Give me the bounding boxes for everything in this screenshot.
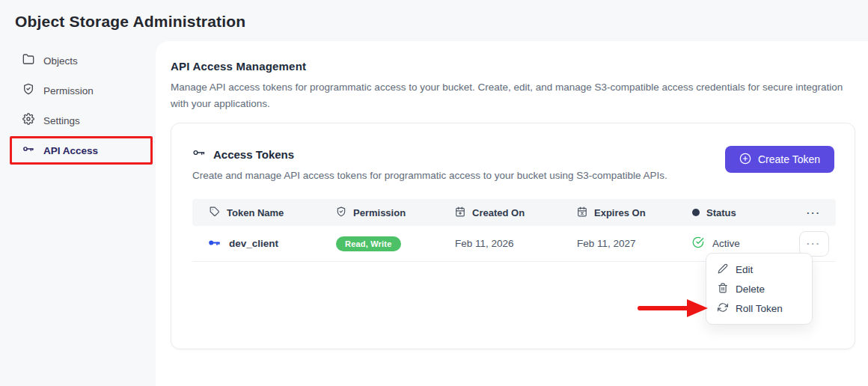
- cell-token-name: dev_client: [192, 236, 336, 251]
- header-label: Permission: [353, 207, 406, 218]
- plus-circle-icon: [739, 153, 751, 167]
- page: Object Storage Administration Objects Pe…: [0, 0, 868, 386]
- calendar-x-icon: [577, 206, 587, 219]
- create-token-label: Create Token: [758, 153, 820, 165]
- card-header: Access Tokens Create and manage API acce…: [192, 146, 834, 181]
- header-status: Status: [692, 207, 792, 218]
- menu-item-label: Delete: [736, 284, 765, 295]
- section-heading: API Access Management: [171, 60, 855, 73]
- tag-icon: [210, 206, 220, 219]
- trash-icon: [718, 283, 728, 295]
- menu-item-roll-token[interactable]: Roll Token: [706, 298, 812, 318]
- cell-permission: Read, Write: [336, 236, 455, 251]
- key-icon: [192, 146, 206, 162]
- folder-icon: [22, 53, 34, 68]
- ellipsis-icon: ···: [807, 207, 821, 218]
- create-token-button[interactable]: Create Token: [725, 146, 834, 173]
- cell-expires-on: Feb 11, 2027: [577, 238, 692, 249]
- status-label: Active: [712, 238, 740, 249]
- section-description: Manage API access tokens for programmati…: [171, 79, 855, 112]
- key-icon: [208, 236, 221, 251]
- shield-icon: [22, 83, 34, 98]
- card-subtitle: Create and manage API access tokens for …: [192, 170, 667, 181]
- card-title: Access Tokens: [213, 148, 294, 161]
- header-created-on: Created On: [455, 206, 577, 219]
- sidebar-item-label: Settings: [43, 115, 80, 126]
- sidebar-item-label: Objects: [43, 55, 78, 67]
- status-dot-icon: [692, 209, 700, 216]
- header-more: ···: [792, 207, 836, 218]
- sidebar-item-permission[interactable]: Permission: [0, 76, 156, 105]
- refresh-icon: [718, 302, 728, 315]
- header-label: Created On: [472, 207, 525, 218]
- cell-created-on: Feb 11, 2026: [455, 238, 577, 249]
- menu-item-edit[interactable]: Edit: [706, 260, 812, 279]
- row-actions-menu: Edit Delete Roll Token: [706, 253, 813, 325]
- header-permission: Permission: [336, 206, 455, 219]
- shield-icon: [336, 206, 346, 219]
- header-label: Expires On: [594, 207, 646, 218]
- sidebar-item-objects[interactable]: Objects: [0, 46, 156, 76]
- token-name: dev_client: [229, 238, 278, 249]
- header-label: Token Name: [227, 207, 284, 218]
- sidebar-item-settings[interactable]: Settings: [0, 105, 156, 135]
- permission-badge: Read, Write: [336, 236, 401, 251]
- cell-status: Active: [692, 236, 792, 251]
- sidebar-item-label: Permission: [43, 85, 94, 96]
- header-token-name: Token Name: [192, 206, 336, 219]
- calendar-plus-icon: [455, 206, 465, 219]
- annotation-red-box: [10, 136, 153, 165]
- gear-icon: [22, 113, 34, 128]
- table-header-row: Token Name Permission Created On Expires…: [192, 199, 836, 226]
- annotation-arrow: [633, 298, 709, 319]
- menu-item-label: Roll Token: [736, 303, 783, 314]
- header-expires-on: Expires On: [577, 206, 692, 219]
- menu-item-delete[interactable]: Delete: [706, 279, 812, 298]
- header-label: Status: [706, 207, 736, 218]
- main-panel: API Access Management Manage API access …: [156, 41, 868, 386]
- page-title: Object Storage Administration: [15, 13, 245, 31]
- check-circle-icon: [692, 236, 704, 251]
- pencil-icon: [718, 263, 728, 276]
- menu-item-label: Edit: [736, 264, 753, 275]
